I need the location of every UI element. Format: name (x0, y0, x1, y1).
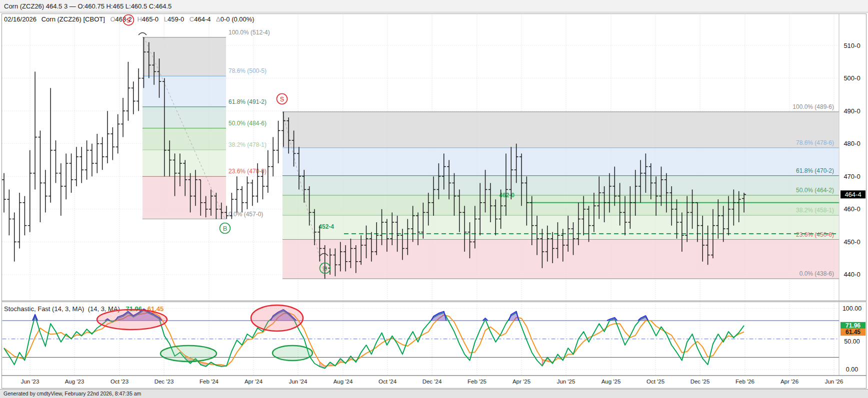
price-chart-canvas[interactable]: 100.0% (512-4)78.6% (500-5)61.8% (491-2)… (0, 0, 868, 398)
stoch-blue-line (508, 312, 518, 321)
fib-zone (282, 240, 839, 279)
open-label: O (110, 15, 115, 23)
fib-zone (282, 215, 839, 239)
x-axis-label: Dec '25 (690, 379, 710, 385)
x-axis-label: Jun '25 (557, 379, 576, 385)
fib-zone (282, 148, 839, 176)
stoch-blue-line (431, 312, 446, 321)
stochastic-indicator-label[interactable]: Stochastic, Fast (14, 3, MA) (14, 3, MA)… (4, 305, 164, 313)
stoch-blue-line (607, 318, 617, 321)
x-axis-label: Aug '25 (602, 379, 621, 385)
x-axis-label: Aug '24 (334, 379, 353, 385)
x-axis-label: Dec '23 (154, 379, 174, 385)
chart-frame (2, 14, 866, 389)
price-axis-tick: 480-0 (844, 140, 860, 147)
last-price-badge (840, 190, 866, 198)
fib-trend-line[interactable] (144, 37, 225, 219)
stoch-k-badge (840, 322, 866, 330)
buy-signal-circle[interactable] (320, 263, 330, 274)
drawn-ellipse-annotation[interactable] (97, 310, 167, 330)
price-axis-tick: 460-0 (844, 205, 860, 213)
stoch-d-badge (840, 329, 866, 336)
stoch-blue-line (483, 318, 488, 321)
fib-zone (142, 150, 226, 176)
price-axis-tick: 500-0 (844, 74, 860, 82)
drawn-ellipse-annotation[interactable] (160, 346, 216, 362)
stochastic-params2: (14, 3, MA) (88, 305, 120, 313)
fib-level-label: 38.2% (478-1) (228, 141, 266, 148)
buy-signal-letter: B (323, 265, 328, 272)
x-axis-label: Jun '26 (825, 379, 844, 385)
stoch-overbought-fill (431, 312, 446, 321)
fib-level-label: 38.2% (458-1) (796, 207, 834, 214)
price-axis-tick: 450-0 (844, 238, 860, 246)
quote-date: 02/16/2026 (4, 15, 36, 23)
stoch-overbought-fill (508, 312, 518, 321)
fib-level-label: 0.0% (438-6) (800, 270, 834, 277)
stoch-blue-line (638, 316, 648, 321)
drawn-line-label: 462-0 (499, 192, 514, 199)
fib-level-label: 50.0% (484-6) (228, 120, 266, 127)
fib-level-label: 61.8% (470-2) (796, 167, 834, 174)
x-axis-label: Apr '26 (780, 379, 798, 385)
change-delta-icon: Δ (216, 15, 220, 23)
x-axis-label: Apr '24 (244, 379, 263, 385)
footer-bar: Generated by cmdtyView, February 22nd 20… (0, 389, 868, 398)
stoch-blue-line (105, 319, 110, 321)
stochastic-k-value: 71.96 (126, 305, 142, 313)
x-axis-label: Feb '26 (736, 379, 754, 385)
change-value: 0-0 (0.00%) (220, 15, 254, 23)
high-label: H (137, 15, 142, 23)
stoch-overbought-fill (607, 318, 617, 321)
fib-level-label: 23.6% (470-0) (228, 168, 266, 175)
stoch-k-line (4, 310, 744, 368)
stoch-oversold-fill (320, 356, 356, 369)
low-value: 459-0 (168, 15, 184, 23)
x-axis-label: Oct '23 (110, 379, 128, 385)
quote-info-bar: 02/16/2026 Corn (ZCZ26) [CBOT] O463-2 H4… (4, 15, 254, 23)
price-axis-tick: 510-0 (844, 42, 860, 49)
price-axis-tick: 470-0 (844, 173, 860, 180)
fib-trend-line[interactable] (282, 112, 325, 279)
x-axis-label: Feb '24 (200, 379, 219, 385)
arc-marker (320, 254, 328, 256)
fib-zone (142, 37, 226, 76)
close-value: 464-4 (194, 15, 210, 23)
x-axis-label: Jun '24 (289, 379, 308, 385)
stoch-blue-line (270, 310, 296, 321)
drawn-ellipse-annotation[interactable] (272, 346, 312, 361)
fib-level-label: 100.0% (489-6) (792, 103, 834, 110)
stoch-oversold-fill (542, 358, 552, 366)
stoch-overbought-fill (32, 315, 38, 321)
stoch-oversold-fill (185, 356, 226, 367)
close-label: C (190, 15, 194, 23)
open-value: 463-2 (116, 15, 132, 23)
stoch-axis-tick: 0.00 (846, 366, 858, 373)
arc-marker (138, 33, 146, 35)
stoch-overbought-fill (483, 318, 488, 321)
fib-level-label: 50.0% (464-2) (796, 187, 834, 194)
sell-signal-circle[interactable] (277, 94, 288, 104)
x-axis-label: Feb '25 (468, 379, 486, 385)
drawn-line-label: 452-4 (318, 223, 334, 230)
last-price-badge-text: 464-4 (844, 191, 861, 198)
fib-level-label: 61.8% (491-2) (228, 98, 266, 105)
sell-signal-letter: S (280, 95, 284, 103)
window-title-bar: Corn (ZCZ26) 464.5 3 — O:460.75 H:465 L:… (0, 0, 868, 12)
x-axis-label: Oct '25 (646, 379, 664, 385)
buy-signal-circle[interactable] (220, 223, 230, 234)
generated-by-text: Generated by cmdtyView, February 22nd 20… (4, 391, 141, 397)
x-axis-label: Jun '23 (21, 379, 40, 385)
stoch-axis-tick: 50.00 (844, 338, 860, 345)
fib-level-label: 23.6% (450-6) (796, 231, 834, 238)
drawn-ellipse-annotation[interactable] (251, 305, 303, 331)
x-axis-label: Oct '24 (378, 379, 397, 385)
price-axis-tick: 490-0 (844, 107, 860, 115)
x-axis-label: Dec '24 (422, 379, 442, 385)
stoch-overbought-fill (270, 310, 296, 321)
stochastic-name: Stochastic, Fast (14, 3, MA) (4, 305, 84, 313)
fib-zone (142, 128, 226, 150)
fib-zone (282, 112, 839, 148)
fib-level-label: 0.0% (457-0) (228, 211, 263, 218)
stoch-d-line (4, 313, 744, 366)
